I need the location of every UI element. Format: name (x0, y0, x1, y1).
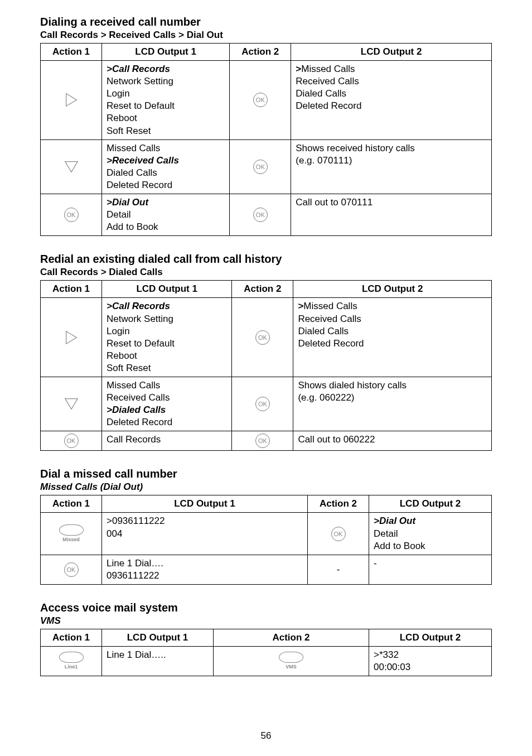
cell-text: >0936111222 (107, 516, 165, 526)
cell-text: Dialed Calls (296, 88, 346, 99)
ok-icon: OK (64, 434, 79, 448)
cell-text: Missed Calls (303, 301, 357, 311)
cell-text: Call out to 070111 (296, 197, 373, 208)
sec2-th-a1: Action 1 (41, 281, 102, 298)
sec4-subtitle: VMS (40, 615, 492, 627)
page-number: 56 (0, 730, 532, 741)
table-row: Missed Calls Received Calls >Dialed Call… (41, 377, 492, 431)
cell-text: Deleted Record (107, 417, 172, 427)
triangle-down-icon (63, 396, 80, 412)
line1-key-icon: Line1 (59, 652, 84, 671)
ok-icon: OK (253, 208, 268, 222)
cell-text: 0936111222 (107, 570, 159, 581)
triangle-right-icon (63, 92, 80, 108)
cell-text: Call Records (107, 434, 161, 445)
cell-text: Add to Book (107, 221, 158, 232)
cell-text: Reset to Default (107, 338, 175, 349)
cell-text: > (298, 301, 303, 311)
sec4-th-o2: LCD Output 2 (369, 629, 492, 646)
sec2-subtitle: Call Records > Dialed Calls (40, 267, 492, 278)
sec1-table: Action 1 LCD Output 1 Action 2 LCD Outpu… (40, 43, 492, 236)
key-label: Line1 (59, 664, 84, 671)
ok-icon: OK (64, 208, 79, 222)
cell-text: >Received Calls (107, 155, 179, 166)
ok-icon: OK (255, 330, 270, 345)
table-row: OK >Dial Out Detail Add to Book OK Call … (41, 194, 492, 236)
cell-text: >Call Records (107, 64, 170, 74)
sec2-th-o2: LCD Output 2 (293, 281, 492, 298)
cell-text: Soft Reset (107, 126, 151, 136)
cell-text: Line 1 Dial….. (107, 649, 166, 660)
sec3-th-a1: Action 1 (41, 495, 102, 513)
ok-icon: OK (64, 562, 79, 577)
cell-text: Shows received history calls (296, 143, 415, 153)
cell-text: Received Calls (298, 314, 361, 324)
cell-text: - (337, 564, 340, 575)
svg-marker-1 (65, 161, 78, 172)
sec4-th-a2: Action 2 (214, 629, 369, 646)
vms-key-icon: VMS (279, 652, 303, 671)
sec3-table: Action 1 LCD Output 1 Action 2 LCD Outpu… (40, 495, 492, 585)
cell-text: Received Calls (296, 76, 359, 86)
sec4-title: Access voice mail system (40, 601, 492, 614)
table-row: Missed >0936111222 004 OK >Dial Out Deta… (41, 513, 492, 555)
cell-text: Reboot (107, 350, 137, 361)
cell-text: >Dial Out (374, 516, 415, 526)
cell-text: >Dialed Calls (107, 405, 166, 415)
cell-text: Shows dialed history calls (298, 380, 407, 391)
cell-text: >Dial Out (107, 197, 148, 208)
cell-text: Call out to 060222 (298, 434, 375, 445)
cell-text: Missed Calls (107, 380, 160, 391)
ok-icon: OK (255, 397, 270, 411)
svg-marker-3 (65, 399, 78, 410)
cell-text: Detail (107, 209, 130, 220)
table-row: >Call Records Network Setting Login Rese… (41, 298, 492, 377)
ok-icon: OK (253, 93, 268, 107)
cell-text: 004 (107, 528, 122, 539)
cell-text: Deleted Record (298, 338, 364, 349)
cell-text: >Call Records (107, 301, 170, 311)
sec2-th-a2: Action 2 (232, 281, 293, 298)
sec3-th-o1: LCD Output 1 (102, 495, 308, 513)
svg-marker-0 (66, 94, 76, 107)
cell-text: Network Setting (107, 76, 173, 86)
cell-text: (e.g. 060222) (298, 392, 354, 403)
triangle-right-icon (63, 329, 80, 346)
sec1-th-o2: LCD Output 2 (291, 44, 492, 61)
sec1-subtitle: Call Records > Received Calls > Dial Out (40, 30, 492, 41)
cell-text: Received Calls (107, 392, 170, 403)
cell-text: Line 1 Dial…. (107, 558, 163, 569)
table-row: Missed Calls >Received Calls Dialed Call… (41, 139, 492, 194)
sec3-th-a2: Action 2 (308, 495, 369, 513)
sec4-th-a1: Action 1 (41, 629, 102, 646)
cell-text: Missed Calls (301, 64, 355, 74)
sec2-title: Redial an existing dialed call from call… (40, 253, 492, 266)
missed-key-icon: Missed (59, 524, 84, 543)
triangle-down-icon (63, 158, 80, 175)
sec3-title: Dial a missed call number (40, 468, 492, 480)
cell-text: Detail (374, 528, 398, 539)
sec3-subtitle: Missed Calls (Dial Out) (40, 481, 492, 493)
cell-text: Reboot (107, 113, 137, 123)
table-row: OK Line 1 Dial…. 0936111222 - - (41, 555, 492, 584)
key-label: Missed (59, 537, 84, 543)
sec2-th-o1: LCD Output 1 (102, 281, 232, 298)
cell-text: Reset to Default (107, 100, 175, 111)
cell-text: 00:00:03 (374, 662, 410, 672)
sec2-table: Action 1 LCD Output 1 Action 2 LCD Outpu… (40, 280, 492, 451)
ok-icon: OK (255, 434, 270, 448)
cell-text: Login (107, 88, 130, 99)
sec1-th-a2: Action 2 (230, 44, 291, 61)
cell-text: >*332 (374, 649, 399, 660)
cell-text: Login (107, 326, 130, 336)
cell-text: (e.g. 070111) (296, 155, 352, 166)
cell-text: Dialed Calls (107, 167, 157, 178)
key-label: VMS (279, 664, 303, 671)
cell-text: Add to Book (374, 541, 425, 551)
svg-marker-2 (66, 331, 76, 344)
table-row: >Call Records Network Setting Login Rese… (41, 61, 492, 140)
sec4-table: Action 1 LCD Output 1 Action 2 LCD Outpu… (40, 629, 492, 676)
sec1-title: Dialing a received call number (40, 16, 492, 28)
cell-text: Deleted Record (296, 100, 361, 111)
sec1-th-a1: Action 1 (41, 44, 102, 61)
